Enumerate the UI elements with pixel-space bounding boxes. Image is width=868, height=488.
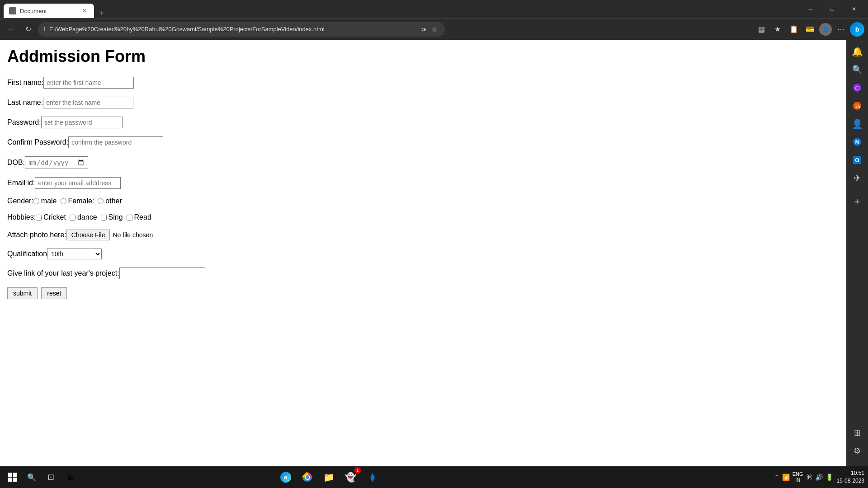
widgets-button[interactable]: ⊞ bbox=[61, 468, 80, 486]
qualification-row: Qualification 10th 12th Graduate Post Gr… bbox=[7, 249, 839, 259]
hobby-sing-checkbox[interactable] bbox=[101, 215, 107, 221]
taskbar-search-button[interactable]: 🔍 bbox=[24, 469, 40, 485]
favorites-button[interactable]: ☆ bbox=[430, 24, 439, 35]
sidebar-outlook-icon[interactable]: O bbox=[849, 152, 865, 168]
edge-taskbar-button[interactable]: e bbox=[277, 468, 295, 486]
folder-icon: 📁 bbox=[323, 472, 335, 483]
favorites-bar-button[interactable]: ★ bbox=[770, 22, 785, 37]
snapchat-icon: 👻 bbox=[345, 472, 356, 483]
password-input[interactable] bbox=[41, 117, 123, 128]
sidebar-settings-icon[interactable]: ⚙ bbox=[849, 443, 865, 459]
gender-male-radio[interactable] bbox=[33, 198, 39, 204]
hobby-read-item: Read bbox=[127, 213, 151, 221]
wifi-icon[interactable]: ⌘ bbox=[806, 474, 812, 481]
attach-photo-label: Attach photo here: bbox=[7, 231, 66, 239]
buttons-row: submit reset bbox=[7, 287, 839, 299]
more-button[interactable]: ⋯ bbox=[834, 22, 848, 37]
system-clock[interactable]: 10:51 15-08-2023 bbox=[837, 469, 864, 485]
page-title: Addmission Form bbox=[7, 47, 839, 66]
lang-input-icon[interactable]: ENGIN bbox=[793, 471, 803, 483]
read-aloud-button[interactable]: 🕪 bbox=[418, 24, 428, 35]
password-row: Password: bbox=[7, 117, 839, 128]
sidebar-people-icon[interactable]: 👤 bbox=[849, 116, 865, 132]
last-name-input[interactable] bbox=[43, 97, 133, 108]
minimize-button[interactable]: ─ bbox=[800, 2, 821, 16]
gender-label: Gender: bbox=[7, 197, 33, 205]
clock-date: 15-08-2023 bbox=[837, 477, 864, 485]
refresh-button[interactable]: ↻ bbox=[21, 22, 35, 37]
first-name-input[interactable] bbox=[43, 77, 134, 89]
battery-icon[interactable]: 🔋 bbox=[826, 474, 833, 481]
hobby-read-checkbox[interactable] bbox=[127, 215, 132, 221]
first-name-row: First name: bbox=[7, 77, 839, 89]
browser-wallet-button[interactable]: 💳 bbox=[803, 22, 817, 37]
vscode-taskbar-button[interactable]: ⧫ bbox=[363, 468, 382, 486]
taskview-icon: ⊡ bbox=[47, 472, 54, 482]
email-input[interactable] bbox=[35, 177, 121, 189]
sidebar-search-icon[interactable]: 🔍 bbox=[849, 61, 865, 78]
qualification-select[interactable]: 10th 12th Graduate Post Graduate bbox=[47, 249, 102, 259]
split-screen-button[interactable]: ▦ bbox=[754, 22, 769, 37]
hobbies-options: Cricket dance Sing Read bbox=[36, 213, 151, 221]
hobby-dance-checkbox[interactable] bbox=[70, 215, 75, 221]
reset-button[interactable]: reset bbox=[41, 287, 67, 299]
svg-text:O: O bbox=[855, 157, 859, 164]
taskbar: 🔍 ⊡ ⊞ e bbox=[0, 466, 868, 488]
password-label: Password: bbox=[7, 118, 41, 127]
new-tab-button[interactable]: + bbox=[96, 9, 108, 18]
gender-male-item: male bbox=[33, 197, 57, 205]
taskbar-center-apps: e 📁 👻 1 bbox=[277, 468, 382, 486]
chevron-up-icon[interactable]: ⌃ bbox=[774, 474, 779, 481]
confirm-password-label: Confirm Password: bbox=[7, 138, 68, 146]
dob-label: DOB: bbox=[7, 159, 25, 167]
hobbies-label: Hobbies: bbox=[7, 213, 36, 221]
attach-photo-row: Attach photo here: Choose File No file c… bbox=[7, 230, 839, 240]
svg-text:⬡: ⬡ bbox=[855, 85, 859, 91]
start-button[interactable] bbox=[4, 468, 22, 486]
snapchat-taskbar-button[interactable]: 👻 1 bbox=[342, 468, 360, 486]
close-button[interactable]: ✕ bbox=[844, 2, 864, 16]
no-file-text: No file chosen bbox=[113, 231, 153, 239]
network-icon[interactable]: 📶 bbox=[782, 474, 790, 481]
gender-female-radio[interactable] bbox=[61, 198, 66, 204]
sidebar-add-icon[interactable]: + bbox=[849, 194, 865, 210]
sidebar-collections-icon[interactable]: ⬡ bbox=[849, 80, 865, 96]
gender-other-radio[interactable] bbox=[98, 198, 104, 204]
hobby-cricket-label: Cricket bbox=[43, 213, 66, 221]
first-name-label: First name: bbox=[7, 79, 43, 87]
volume-icon[interactable]: 🔊 bbox=[815, 474, 823, 481]
confirm-password-input[interactable] bbox=[68, 136, 163, 148]
hobby-cricket-checkbox[interactable] bbox=[36, 215, 42, 221]
tab-close-button[interactable]: ✕ bbox=[80, 7, 89, 15]
submit-button[interactable]: submit bbox=[7, 287, 38, 299]
gender-male-label: male bbox=[41, 197, 57, 205]
profile-icon[interactable]: 👤 bbox=[819, 23, 832, 36]
sidebar-layout-icon[interactable]: ⊞ bbox=[849, 425, 865, 441]
choose-file-button[interactable]: Choose File bbox=[66, 230, 110, 240]
collections-button[interactable]: 📋 bbox=[787, 22, 801, 37]
url-bar[interactable]: ℹ E:/WebPage%20Created%20by%20Rahul%20Go… bbox=[38, 22, 445, 37]
right-sidebar: 🔔 🔍 ⬡ 🛍 👤 M O ✈ + ⊞ ⚙ bbox=[846, 40, 868, 466]
maximize-button[interactable]: □ bbox=[822, 2, 843, 16]
dob-input[interactable] bbox=[25, 156, 88, 169]
browser-actions: ▦ ★ 📋 💳 👤 ⋯ b bbox=[754, 22, 864, 37]
svg-point-14 bbox=[306, 475, 309, 479]
taskbar-system-tray: ⌃ 📶 ENGIN ⌘ 🔊 🔋 10:51 15-08-2023 bbox=[774, 469, 864, 485]
notification-badge: 1 bbox=[354, 467, 361, 474]
sidebar-shopping-icon[interactable]: 🛍 bbox=[849, 98, 865, 114]
url-text: E:/WebPage%20Created%20by%20Rahul%20Gosw… bbox=[49, 26, 415, 33]
lang-indicator: ENGIN bbox=[793, 471, 803, 483]
sidebar-bell-icon[interactable]: 🔔 bbox=[849, 43, 865, 60]
chrome-icon bbox=[302, 472, 313, 483]
bing-copilot-button[interactable]: b bbox=[850, 22, 864, 37]
email-row: Email id: bbox=[7, 177, 839, 189]
project-link-input[interactable] bbox=[119, 267, 205, 279]
active-tab[interactable]: Document ✕ bbox=[4, 4, 94, 18]
email-label: Email id: bbox=[7, 179, 35, 187]
chrome-taskbar-button[interactable] bbox=[298, 468, 316, 486]
back-button[interactable]: ← bbox=[4, 22, 18, 37]
sidebar-microsoft365-icon[interactable]: M bbox=[849, 134, 865, 150]
taskview-button[interactable]: ⊡ bbox=[42, 468, 60, 486]
explorer-taskbar-button[interactable]: 📁 bbox=[320, 468, 338, 486]
sidebar-send-icon[interactable]: ✈ bbox=[849, 170, 865, 186]
